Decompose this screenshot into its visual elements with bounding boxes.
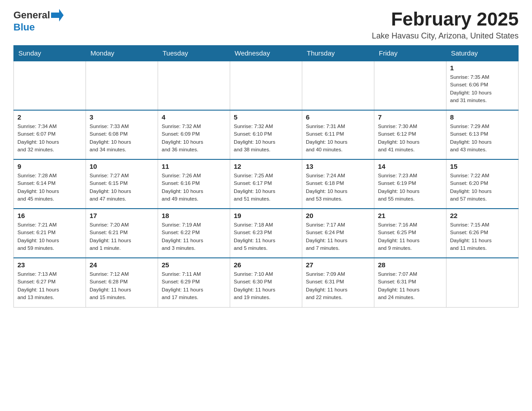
calendar-cell — [230, 61, 302, 110]
day-info: Sunrise: 7:07 AM Sunset: 6:31 PM Dayligh… — [378, 270, 442, 301]
day-info: Sunrise: 7:31 AM Sunset: 6:11 PM Dayligh… — [306, 123, 370, 154]
day-number: 1 — [450, 64, 515, 72]
day-number: 2 — [17, 113, 82, 121]
calendar-cell — [446, 258, 519, 307]
day-number: 7 — [378, 113, 442, 121]
day-info: Sunrise: 7:29 AM Sunset: 6:13 PM Dayligh… — [450, 123, 515, 154]
calendar-cell: 1Sunrise: 7:35 AM Sunset: 6:06 PM Daylig… — [446, 61, 519, 110]
day-info: Sunrise: 7:32 AM Sunset: 6:09 PM Dayligh… — [162, 123, 226, 154]
calendar-cell: 25Sunrise: 7:11 AM Sunset: 6:29 PM Dayli… — [158, 258, 230, 307]
page-header: General Blue February 2025 Lake Havasu C… — [13, 9, 519, 41]
calendar-cell: 6Sunrise: 7:31 AM Sunset: 6:11 PM Daylig… — [302, 110, 374, 159]
day-info: Sunrise: 7:26 AM Sunset: 6:16 PM Dayligh… — [162, 172, 226, 203]
day-number: 4 — [162, 113, 226, 121]
day-number: 23 — [17, 261, 82, 269]
weekday-header-friday: Friday — [374, 46, 446, 61]
day-info: Sunrise: 7:35 AM Sunset: 6:06 PM Dayligh… — [450, 73, 515, 104]
weekday-header-thursday: Thursday — [302, 46, 374, 61]
day-info: Sunrise: 7:12 AM Sunset: 6:28 PM Dayligh… — [90, 270, 154, 301]
calendar-cell: 21Sunrise: 7:16 AM Sunset: 6:25 PM Dayli… — [374, 209, 446, 258]
calendar-cell: 19Sunrise: 7:18 AM Sunset: 6:23 PM Dayli… — [230, 209, 302, 258]
day-number: 24 — [90, 261, 154, 269]
weekday-header-saturday: Saturday — [446, 46, 519, 61]
day-number: 13 — [306, 163, 370, 170]
day-number: 3 — [90, 113, 154, 121]
calendar-cell: 2Sunrise: 7:34 AM Sunset: 6:07 PM Daylig… — [14, 110, 86, 159]
day-info: Sunrise: 7:28 AM Sunset: 6:14 PM Dayligh… — [17, 172, 82, 203]
day-number: 27 — [306, 261, 370, 269]
calendar-cell: 12Sunrise: 7:25 AM Sunset: 6:17 PM Dayli… — [230, 159, 302, 209]
day-number: 17 — [90, 212, 154, 219]
logo-text-general: General — [13, 9, 50, 21]
weekday-header-row: SundayMondayTuesdayWednesdayThursdayFrid… — [14, 46, 519, 61]
calendar-cell: 26Sunrise: 7:10 AM Sunset: 6:30 PM Dayli… — [230, 258, 302, 307]
calendar-cell: 8Sunrise: 7:29 AM Sunset: 6:13 PM Daylig… — [446, 110, 519, 159]
calendar-cell — [302, 61, 374, 110]
calendar-cell: 7Sunrise: 7:30 AM Sunset: 6:12 PM Daylig… — [374, 110, 446, 159]
day-info: Sunrise: 7:16 AM Sunset: 6:25 PM Dayligh… — [378, 221, 442, 252]
calendar-cell: 23Sunrise: 7:13 AM Sunset: 6:27 PM Dayli… — [14, 258, 86, 307]
day-info: Sunrise: 7:19 AM Sunset: 6:22 PM Dayligh… — [162, 221, 226, 252]
logo-arrow-icon — [51, 9, 64, 21]
calendar-cell: 27Sunrise: 7:09 AM Sunset: 6:31 PM Dayli… — [302, 258, 374, 307]
day-number: 11 — [162, 163, 226, 170]
day-info: Sunrise: 7:33 AM Sunset: 6:08 PM Dayligh… — [90, 123, 154, 154]
calendar-cell: 4Sunrise: 7:32 AM Sunset: 6:09 PM Daylig… — [158, 110, 230, 159]
logo: General Blue — [13, 9, 64, 33]
week-row-1: 1Sunrise: 7:35 AM Sunset: 6:06 PM Daylig… — [14, 61, 519, 110]
day-info: Sunrise: 7:09 AM Sunset: 6:31 PM Dayligh… — [306, 270, 370, 301]
week-row-4: 16Sunrise: 7:21 AM Sunset: 6:21 PM Dayli… — [14, 209, 519, 258]
calendar-cell: 13Sunrise: 7:24 AM Sunset: 6:18 PM Dayli… — [302, 159, 374, 209]
svg-marker-0 — [51, 9, 64, 21]
day-info: Sunrise: 7:20 AM Sunset: 6:21 PM Dayligh… — [90, 221, 154, 252]
calendar-cell: 20Sunrise: 7:17 AM Sunset: 6:24 PM Dayli… — [302, 209, 374, 258]
day-info: Sunrise: 7:34 AM Sunset: 6:07 PM Dayligh… — [17, 123, 82, 154]
day-info: Sunrise: 7:30 AM Sunset: 6:12 PM Dayligh… — [378, 123, 442, 154]
day-info: Sunrise: 7:10 AM Sunset: 6:30 PM Dayligh… — [234, 270, 298, 301]
calendar-cell: 11Sunrise: 7:26 AM Sunset: 6:16 PM Dayli… — [158, 159, 230, 209]
day-info: Sunrise: 7:22 AM Sunset: 6:20 PM Dayligh… — [450, 172, 515, 203]
day-number: 18 — [162, 212, 226, 219]
month-title: February 2025 — [372, 9, 519, 30]
day-number: 15 — [450, 163, 515, 170]
week-row-3: 9Sunrise: 7:28 AM Sunset: 6:14 PM Daylig… — [14, 159, 519, 209]
week-row-2: 2Sunrise: 7:34 AM Sunset: 6:07 PM Daylig… — [14, 110, 519, 159]
calendar-cell: 22Sunrise: 7:15 AM Sunset: 6:26 PM Dayli… — [446, 209, 519, 258]
day-info: Sunrise: 7:24 AM Sunset: 6:18 PM Dayligh… — [306, 172, 370, 203]
calendar-cell: 28Sunrise: 7:07 AM Sunset: 6:31 PM Dayli… — [374, 258, 446, 307]
weekday-header-tuesday: Tuesday — [158, 46, 230, 61]
day-number: 12 — [234, 163, 298, 170]
day-number: 22 — [450, 212, 515, 219]
calendar-cell: 3Sunrise: 7:33 AM Sunset: 6:08 PM Daylig… — [86, 110, 158, 159]
day-info: Sunrise: 7:13 AM Sunset: 6:27 PM Dayligh… — [17, 270, 82, 301]
calendar-cell — [158, 61, 230, 110]
weekday-header-sunday: Sunday — [14, 46, 86, 61]
location-title: Lake Havasu City, Arizona, United States — [372, 31, 519, 41]
day-number: 9 — [17, 163, 82, 170]
day-number: 14 — [378, 163, 442, 170]
day-number: 21 — [378, 212, 442, 219]
calendar-cell — [86, 61, 158, 110]
logo-text-blue: Blue — [13, 21, 35, 33]
day-number: 28 — [378, 261, 442, 269]
day-info: Sunrise: 7:21 AM Sunset: 6:21 PM Dayligh… — [17, 221, 82, 252]
day-number: 16 — [17, 212, 82, 219]
week-row-5: 23Sunrise: 7:13 AM Sunset: 6:27 PM Dayli… — [14, 258, 519, 307]
calendar-cell: 10Sunrise: 7:27 AM Sunset: 6:15 PM Dayli… — [86, 159, 158, 209]
day-info: Sunrise: 7:18 AM Sunset: 6:23 PM Dayligh… — [234, 221, 298, 252]
calendar-cell: 5Sunrise: 7:32 AM Sunset: 6:10 PM Daylig… — [230, 110, 302, 159]
weekday-header-wednesday: Wednesday — [230, 46, 302, 61]
day-info: Sunrise: 7:11 AM Sunset: 6:29 PM Dayligh… — [162, 270, 226, 301]
calendar-cell: 9Sunrise: 7:28 AM Sunset: 6:14 PM Daylig… — [14, 159, 86, 209]
day-number: 5 — [234, 113, 298, 121]
day-number: 8 — [450, 113, 515, 121]
calendar-cell: 16Sunrise: 7:21 AM Sunset: 6:21 PM Dayli… — [14, 209, 86, 258]
day-number: 25 — [162, 261, 226, 269]
calendar-cell: 24Sunrise: 7:12 AM Sunset: 6:28 PM Dayli… — [86, 258, 158, 307]
day-info: Sunrise: 7:17 AM Sunset: 6:24 PM Dayligh… — [306, 221, 370, 252]
day-info: Sunrise: 7:25 AM Sunset: 6:17 PM Dayligh… — [234, 172, 298, 203]
calendar-cell — [374, 61, 446, 110]
day-number: 19 — [234, 212, 298, 219]
calendar-cell: 14Sunrise: 7:23 AM Sunset: 6:19 PM Dayli… — [374, 159, 446, 209]
day-number: 26 — [234, 261, 298, 269]
